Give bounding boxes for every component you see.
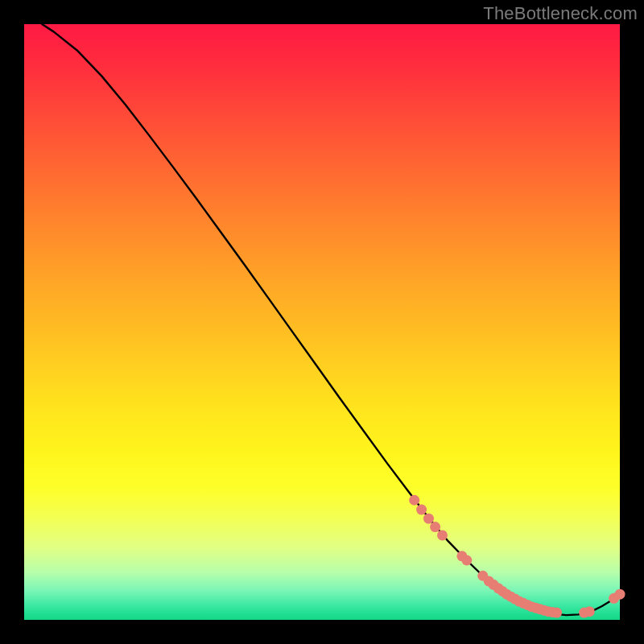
- data-point: [423, 514, 434, 524]
- bottleneck-curve: [42, 24, 620, 615]
- data-point: [416, 505, 427, 515]
- data-point: [437, 530, 448, 540]
- chart-svg-overlay: [24, 24, 620, 620]
- data-point: [615, 589, 625, 600]
- watermark-text: TheBottleneck.com: [483, 3, 638, 24]
- data-point: [551, 608, 562, 618]
- data-point: [461, 555, 472, 566]
- data-point: [409, 495, 419, 506]
- scatter-points: [409, 495, 625, 618]
- chart-container: { "watermark": { "text": "TheBottleneck.…: [0, 0, 644, 644]
- data-point: [584, 606, 595, 617]
- data-point: [430, 522, 440, 532]
